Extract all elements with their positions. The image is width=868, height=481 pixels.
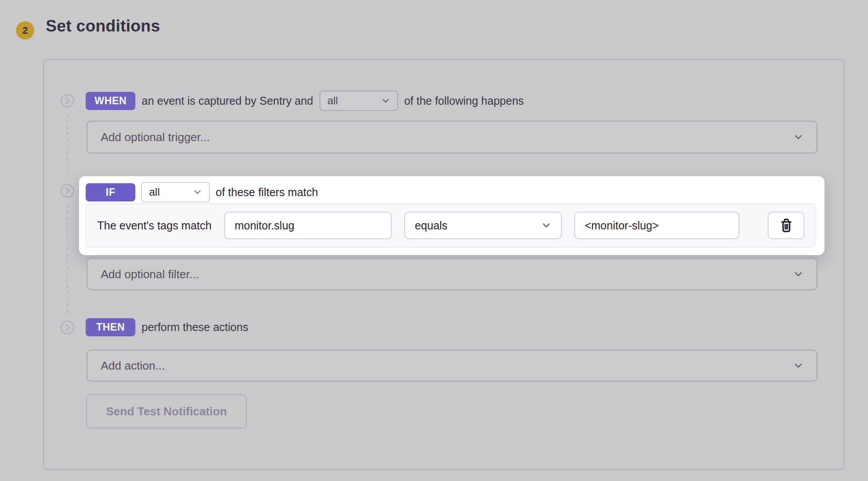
- when-match-select[interactable]: all: [320, 91, 398, 111]
- add-filter-placeholder: Add optional filter...: [101, 268, 199, 281]
- filter-condition-row: The event's tags match monitor.slug equa…: [86, 203, 816, 248]
- when-row: WHEN an event is captured by Sentry and …: [86, 91, 524, 111]
- then-row: THEN perform these actions: [86, 318, 248, 336]
- chevron-right-circle-icon: [60, 94, 75, 108]
- if-text-after: of these filters match: [216, 186, 318, 199]
- send-test-notification-label: Send Test Notification: [106, 405, 227, 418]
- chevron-down-icon: [793, 132, 803, 142]
- tag-match-select[interactable]: equals: [404, 212, 562, 239]
- rail-connector: [67, 204, 68, 315]
- chevron-down-icon: [193, 188, 202, 197]
- when-match-select-value: all: [327, 95, 338, 107]
- rail-connector: [67, 114, 68, 178]
- add-filter-select[interactable]: Add optional filter...: [87, 258, 817, 290]
- chevron-down-icon: [793, 361, 803, 371]
- when-badge: WHEN: [86, 92, 135, 110]
- if-match-select[interactable]: all: [141, 182, 210, 202]
- if-filters-card: IF all of these filters match The event'…: [79, 176, 825, 255]
- filter-label: The event's tags match: [97, 219, 212, 232]
- tag-key-value: monitor.slug: [235, 219, 295, 232]
- tag-value-input[interactable]: <monitor-slug>: [574, 212, 739, 239]
- when-text-after: of the following happens: [404, 95, 524, 107]
- add-action-select[interactable]: Add action...: [87, 350, 817, 382]
- add-trigger-placeholder: Add optional trigger...: [101, 130, 210, 144]
- if-match-select-value: all: [149, 186, 160, 198]
- chevron-right-circle-icon: [60, 320, 75, 335]
- when-text-before: an event is captured by Sentry and: [142, 95, 313, 107]
- add-trigger-select[interactable]: Add optional trigger...: [87, 121, 817, 154]
- tag-key-input[interactable]: monitor.slug: [224, 212, 392, 239]
- if-row: IF all of these filters match: [86, 182, 318, 202]
- step-number-badge: 2: [16, 21, 34, 39]
- step-number: 2: [22, 25, 28, 36]
- chevron-right-circle-icon: [60, 184, 75, 198]
- tag-value-value: <monitor-slug>: [585, 219, 659, 232]
- delete-filter-button[interactable]: [768, 212, 805, 239]
- chevron-down-icon: [381, 96, 390, 105]
- then-badge: THEN: [86, 318, 135, 336]
- tag-match-select-value: equals: [415, 219, 448, 232]
- chevron-down-icon: [793, 269, 803, 279]
- trash-icon: [779, 217, 793, 233]
- add-action-placeholder: Add action...: [101, 359, 165, 373]
- page-title: Set conditions: [46, 17, 160, 35]
- send-test-notification-button[interactable]: Send Test Notification: [86, 394, 247, 429]
- alert-rule-conditions-screen: 2 Set conditions WHEN an event is captur…: [0, 0, 868, 481]
- if-badge: IF: [86, 183, 135, 201]
- then-text-after: perform these actions: [142, 321, 248, 334]
- chevron-down-icon: [541, 221, 551, 230]
